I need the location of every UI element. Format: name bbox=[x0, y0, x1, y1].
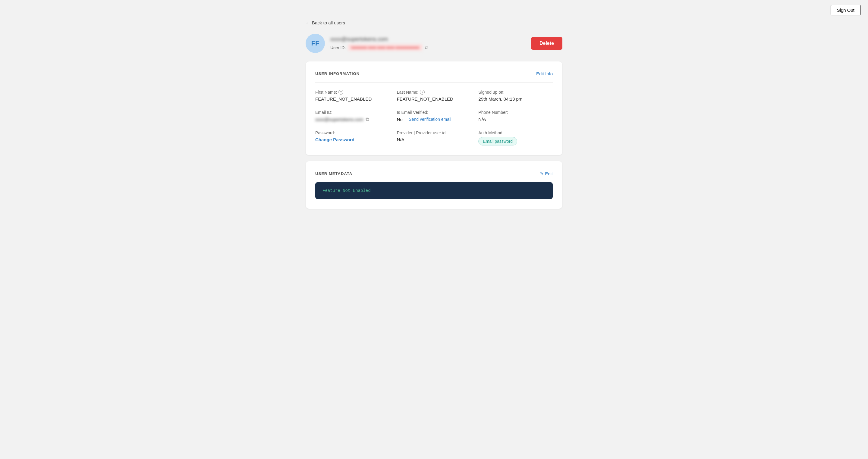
divider bbox=[315, 82, 553, 83]
email-id-value: xxxx@supertokens.com bbox=[315, 117, 363, 122]
edit-pencil-icon: ✎ bbox=[540, 171, 544, 176]
user-header: FF xxxx@supertokens.com User ID: xxxxxxx… bbox=[306, 34, 562, 53]
last-name-help-icon[interactable]: ? bbox=[420, 90, 425, 95]
user-info-card: USER INFORMATION Edit Info First Name: ?… bbox=[306, 61, 562, 155]
user-metadata-card: USER METADATA ✎ Edit Feature Not Enabled bbox=[306, 161, 562, 209]
password-field: Password: Change Password bbox=[315, 130, 390, 145]
email-verified-row: No Send verification email bbox=[397, 117, 471, 122]
provider-value: N/A bbox=[397, 137, 471, 142]
email-id-row: xxxx@supertokens.com ⧉ bbox=[315, 117, 390, 122]
top-bar: Sign Out bbox=[0, 0, 868, 20]
auth-method-badge: Email password bbox=[478, 137, 517, 145]
metadata-code-block: Feature Not Enabled bbox=[315, 182, 553, 199]
last-name-field: Last Name: ? FEATURE_NOT_ENABLED bbox=[397, 90, 471, 101]
first-name-field: First Name: ? FEATURE_NOT_ENABLED bbox=[315, 90, 390, 101]
password-label: Password: bbox=[315, 130, 390, 135]
auth-method-field: Auth Method Email password bbox=[478, 130, 553, 145]
user-header-left: FF xxxx@supertokens.com User ID: xxxxxxx… bbox=[306, 34, 428, 53]
change-password-button[interactable]: Change Password bbox=[315, 137, 354, 142]
send-verification-button[interactable]: Send verification email bbox=[409, 117, 451, 122]
user-info-title: USER INFORMATION bbox=[315, 71, 360, 76]
back-link-label: Back to all users bbox=[312, 20, 345, 25]
last-name-label: Last Name: ? bbox=[397, 90, 471, 95]
edit-info-button[interactable]: Edit Info bbox=[536, 71, 553, 76]
phone-number-label: Phone Number: bbox=[478, 110, 553, 115]
signed-up-label: Signed up on: bbox=[478, 90, 553, 95]
email-id-field: Email ID: xxxx@supertokens.com ⧉ bbox=[315, 110, 390, 122]
user-info-card-header: USER INFORMATION Edit Info bbox=[315, 71, 553, 76]
email-verified-label: Is Email Verified: bbox=[397, 110, 471, 115]
email-id-label: Email ID: bbox=[315, 110, 390, 115]
metadata-edit-label: Edit bbox=[545, 171, 553, 176]
email-verified-no: No bbox=[397, 117, 403, 122]
back-arrow-icon: ← bbox=[306, 20, 310, 25]
user-metadata-title: USER METADATA bbox=[315, 171, 352, 176]
fields-grid: First Name: ? FEATURE_NOT_ENABLED Last N… bbox=[315, 90, 553, 145]
metadata-edit-button[interactable]: ✎ Edit bbox=[540, 171, 553, 176]
delete-button[interactable]: Delete bbox=[531, 37, 562, 50]
provider-field: Provider | Provider user id: N/A bbox=[397, 130, 471, 145]
user-metadata-card-header: USER METADATA ✎ Edit bbox=[315, 171, 553, 176]
phone-number-value: N/A bbox=[478, 117, 553, 122]
first-name-label: First Name: ? bbox=[315, 90, 390, 95]
user-id-row: User ID: xxxxxxxx-xxxx-xxxx-xxxx-xxxxxxx… bbox=[330, 44, 428, 51]
first-name-help-icon[interactable]: ? bbox=[338, 90, 343, 95]
last-name-value: FEATURE_NOT_ENABLED bbox=[397, 96, 471, 101]
signed-up-field: Signed up on: 29th March, 04:13 pm bbox=[478, 90, 553, 101]
auth-method-label: Auth Method bbox=[478, 130, 553, 135]
copy-icon[interactable]: ⧉ bbox=[425, 45, 428, 50]
email-verified-field: Is Email Verified: No Send verification … bbox=[397, 110, 471, 122]
user-info-text: xxxx@supertokens.com User ID: xxxxxxxx-x… bbox=[330, 36, 428, 51]
avatar: FF bbox=[306, 34, 325, 53]
sign-out-button[interactable]: Sign Out bbox=[831, 5, 861, 15]
provider-label: Provider | Provider user id: bbox=[397, 130, 471, 135]
email-copy-icon[interactable]: ⧉ bbox=[366, 117, 369, 122]
phone-number-field: Phone Number: N/A bbox=[478, 110, 553, 122]
main-container: ← Back to all users FF xxxx@supertokens.… bbox=[299, 20, 569, 227]
first-name-value: FEATURE_NOT_ENABLED bbox=[315, 96, 390, 101]
user-email: xxxx@supertokens.com bbox=[330, 36, 428, 42]
user-id-value: xxxxxxxx-xxxx-xxxx-xxxx-xxxxxxxxxxxx bbox=[348, 44, 422, 51]
back-link[interactable]: ← Back to all users bbox=[306, 20, 345, 25]
signed-up-value: 29th March, 04:13 pm bbox=[478, 96, 553, 101]
user-id-label: User ID: bbox=[330, 45, 346, 50]
